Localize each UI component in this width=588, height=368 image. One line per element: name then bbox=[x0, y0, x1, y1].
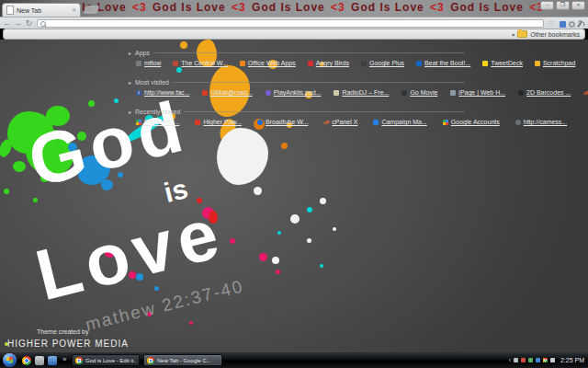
google-favicon-icon bbox=[136, 120, 141, 125]
paint-splat bbox=[4, 189, 9, 194]
office-favicon-icon bbox=[240, 61, 245, 66]
tray-chrome-icon[interactable] bbox=[543, 358, 548, 362]
tab-new-tab[interactable]: New Tab × bbox=[2, 3, 81, 17]
link-2d-barcodes[interactable]: 2D Barcodes ... bbox=[518, 89, 571, 96]
link-google-accounts[interactable]: Google Accounts bbox=[443, 119, 500, 125]
cpanel-favicon-icon: cP bbox=[583, 90, 588, 96]
link-gmail[interactable]: GMail@road... bbox=[202, 89, 252, 96]
tray-expand-icon[interactable]: ‹ bbox=[509, 357, 511, 363]
link-playanklis[interactable]: PlayAnklis.pad... bbox=[266, 89, 322, 96]
folder-icon bbox=[517, 30, 527, 38]
tray-volume-icon[interactable] bbox=[550, 358, 555, 362]
heart-icon: <3 bbox=[428, 1, 450, 14]
taskbar-clock[interactable]: 2:25 PM bbox=[560, 357, 584, 363]
omnibox[interactable] bbox=[37, 19, 544, 28]
recently-closed-section-header[interactable]: ▸ Recently closed bbox=[129, 109, 465, 115]
browser-toolbar: ← → ↻ ☆ bbox=[0, 17, 588, 29]
beat-favicon-icon bbox=[416, 61, 422, 66]
section-arrow-icon: ▸ bbox=[129, 79, 131, 86]
quick-launch-desktop-icon[interactable] bbox=[35, 356, 44, 365]
other-bookmarks-button[interactable]: Other bookmarks bbox=[530, 31, 580, 38]
extension-icon[interactable] bbox=[560, 21, 566, 28]
quick-launch-explorer-icon[interactable] bbox=[48, 356, 57, 365]
recently-closed-links-row: Frequently... Higher Pow... Broadtube W.… bbox=[136, 119, 567, 125]
tweetdeck-favicon-icon bbox=[482, 61, 488, 66]
paint-splat bbox=[180, 41, 187, 49]
scratchpad-favicon-icon bbox=[535, 61, 540, 66]
globe-favicon-icon bbox=[515, 120, 521, 125]
link-ipage[interactable]: iPage | Web H... bbox=[450, 89, 505, 96]
wrench-menu-icon[interactable] bbox=[577, 21, 582, 28]
link-tweetdeck[interactable]: TweetDeck bbox=[482, 60, 523, 66]
link-office-web-apps[interactable]: Office Web Apps bbox=[240, 60, 296, 66]
taskbar-button-god-is-love[interactable]: God is Love - Edit it... bbox=[72, 354, 140, 366]
link-go-movie[interactable]: Go Movie bbox=[401, 89, 437, 96]
page-favicon-icon bbox=[6, 6, 14, 15]
link-google-plus[interactable]: Google Plus bbox=[361, 60, 404, 66]
mflow-favicon-icon bbox=[136, 61, 141, 66]
link-mflow[interactable]: mflow bbox=[136, 60, 161, 66]
theme-brand-text: HIGHER POWER MEDIA bbox=[7, 339, 129, 349]
close-button[interactable]: × bbox=[571, 1, 585, 10]
maximize-button[interactable]: ❒ bbox=[556, 1, 570, 10]
back-button[interactable]: ← bbox=[2, 18, 12, 29]
mail-favicon-icon bbox=[202, 90, 208, 96]
window-controls: – ❒ × bbox=[540, 1, 585, 10]
link-frequently[interactable]: Frequently... bbox=[136, 119, 179, 125]
omnibox-input[interactable] bbox=[46, 19, 543, 28]
most-visited-links-row: fhttp://www.fac... GMail@road... PlayAnk… bbox=[136, 89, 588, 96]
minimize-button[interactable]: – bbox=[540, 1, 554, 10]
link-campaign[interactable]: Campaign Ma... bbox=[373, 119, 426, 125]
theme-credit-text: Theme created by bbox=[37, 328, 88, 335]
link-facebook[interactable]: fhttp://www.fac... bbox=[136, 89, 189, 96]
purple-favicon-icon bbox=[266, 90, 271, 96]
section-rule bbox=[173, 82, 465, 83]
bookmarks-chevron-icon[interactable]: ▾ bbox=[512, 31, 514, 38]
link-scratchpad[interactable]: Scratchpad bbox=[535, 60, 575, 66]
link-radiodj[interactable]: RadioDJ – Fre... bbox=[334, 89, 389, 96]
link-cpanel-x[interactable]: cPcPanel X bbox=[323, 119, 357, 125]
tray-network-icon[interactable] bbox=[536, 358, 540, 362]
search-icon bbox=[40, 21, 46, 27]
new-tab-button[interactable] bbox=[84, 6, 100, 14]
cpanel-favicon-icon: cP bbox=[323, 120, 329, 125]
radiodj-favicon-icon bbox=[334, 90, 339, 96]
heart-icon: <3 bbox=[329, 1, 351, 14]
bookmarks-bar: ▾ Other bookmarks bbox=[3, 29, 585, 40]
windows-flag-icon bbox=[6, 357, 14, 364]
mail-favicon-icon bbox=[195, 120, 200, 125]
google-favicon-icon bbox=[443, 120, 448, 125]
bookmark-star-icon[interactable]: ☆ bbox=[548, 18, 554, 27]
link-angry-birds[interactable]: Angry Birds bbox=[308, 60, 349, 66]
link-cpanel-11[interactable]: cPcPanel® 11 bbox=[583, 89, 588, 96]
paint-splat bbox=[176, 67, 182, 73]
quick-launch-overflow-icon[interactable]: » bbox=[62, 355, 66, 363]
facebook-favicon-icon: f bbox=[136, 90, 141, 96]
link-the-central[interactable]: The Central W... bbox=[173, 60, 228, 66]
section-rule bbox=[153, 52, 465, 53]
forward-button[interactable]: → bbox=[13, 18, 23, 29]
windows-taskbar: » God is Love - Edit it... New Tab - Goo… bbox=[0, 352, 588, 368]
link-higher-pow[interactable]: Higher Pow... bbox=[195, 119, 242, 125]
titlebar-theme-pattern: God Is Love <3 God Is Love <3 God Is Lov… bbox=[53, 1, 549, 14]
globe-extension-icon[interactable] bbox=[569, 21, 575, 28]
chrome-icon bbox=[147, 357, 154, 364]
apps-section-header[interactable]: ▸ Apps bbox=[129, 50, 465, 56]
system-tray: ‹ bbox=[509, 357, 555, 363]
link-beat-the-boot[interactable]: Beat the Boot!... bbox=[416, 60, 470, 66]
tray-alert-icon[interactable] bbox=[521, 358, 526, 362]
tab-close-icon[interactable]: × bbox=[72, 6, 76, 14]
heart-icon: <3 bbox=[130, 1, 153, 14]
link-camess[interactable]: http://camess... bbox=[515, 119, 567, 125]
tray-display-icon[interactable] bbox=[514, 358, 518, 362]
tray-status-icon[interactable] bbox=[528, 358, 533, 362]
reload-button[interactable]: ↻ bbox=[24, 18, 34, 29]
tab-title: New Tab bbox=[17, 7, 69, 14]
link-broadtube[interactable]: Broadtube W... bbox=[257, 119, 308, 125]
start-button[interactable] bbox=[3, 353, 17, 367]
taskbar-button-new-tab[interactable]: New Tab - Google C... bbox=[143, 354, 222, 366]
quick-launch-chrome-icon[interactable] bbox=[22, 356, 31, 365]
most-visited-section-header[interactable]: ▸ Most visited bbox=[129, 79, 465, 86]
angry-birds-favicon-icon bbox=[308, 61, 313, 66]
apps-links-row: mflow The Central W... Office Web Apps A… bbox=[136, 60, 575, 66]
